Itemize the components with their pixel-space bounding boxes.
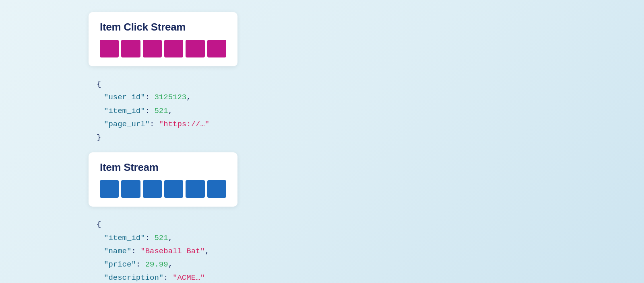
item-stream-val-name: "Baseball Bat" bbox=[140, 247, 205, 256]
click-stream-key-user-id: "user_id" bbox=[104, 93, 145, 102]
item-stream-val-item-id: 521 bbox=[154, 234, 168, 242]
click-stream-block-3 bbox=[143, 40, 162, 57]
item-stream-val-price: 29.99 bbox=[145, 260, 168, 269]
click-stream-val-user-id: 3125123 bbox=[154, 93, 186, 102]
item-stream-json: { "item_id": 521, "name": "Baseball Bat"… bbox=[89, 218, 237, 283]
item-stream-block-6 bbox=[207, 180, 226, 198]
item-stream-title: Item Stream bbox=[100, 161, 226, 174]
click-stream-val-item-id: 521 bbox=[154, 107, 168, 115]
item-stream-blocks bbox=[100, 180, 226, 198]
click-stream-block-2 bbox=[121, 40, 140, 57]
click-stream-field-user-id: "user_id": 3125123, bbox=[97, 91, 237, 104]
click-stream-sep-item-id: : bbox=[145, 107, 155, 115]
item-stream-field-price: "price": 29.99, bbox=[97, 258, 237, 271]
main-container: Item Click Stream { "user_id": 3125123, … bbox=[89, 12, 237, 283]
click-stream-field-item-id: "item_id": 521, bbox=[97, 105, 237, 118]
click-stream-key-page-url: "page_url" bbox=[104, 120, 150, 129]
item-stream-block-3 bbox=[143, 180, 162, 198]
item-stream-key-name: "name" bbox=[104, 247, 131, 256]
click-stream-block-4 bbox=[164, 40, 183, 57]
item-stream-field-item-id: "item_id": 521, bbox=[97, 232, 237, 245]
click-stream-sep-page-url: : bbox=[150, 120, 159, 129]
click-stream-json-close: } bbox=[97, 131, 237, 144]
item-stream-field-description: "description": "ACME…" bbox=[97, 271, 237, 283]
item-stream-block-2 bbox=[121, 180, 140, 198]
click-stream-json: { "user_id": 3125123, "item_id": 521, "p… bbox=[89, 78, 237, 144]
click-stream-val-page-url: "https://…" bbox=[159, 120, 209, 129]
click-stream-block-6 bbox=[207, 40, 226, 57]
item-stream-field-name: "name": "Baseball Bat", bbox=[97, 245, 237, 258]
click-stream-json-open: { bbox=[97, 78, 237, 91]
item-stream-block-4 bbox=[164, 180, 183, 198]
click-stream-key-item-id: "item_id" bbox=[104, 107, 145, 115]
item-stream-json-open: { bbox=[97, 218, 237, 231]
item-stream-key-price: "price" bbox=[104, 260, 136, 269]
click-stream-block-5 bbox=[186, 40, 204, 57]
item-stream-card: Item Stream bbox=[89, 152, 237, 207]
item-stream-block-1 bbox=[100, 180, 119, 198]
click-stream-brace-open: { bbox=[97, 80, 101, 88]
click-stream-blocks bbox=[100, 40, 226, 57]
item-stream-block-5 bbox=[186, 180, 204, 198]
click-stream-title: Item Click Stream bbox=[100, 21, 226, 33]
click-stream-brace-close: } bbox=[97, 133, 101, 142]
item-stream-val-description: "ACME…" bbox=[173, 273, 205, 282]
click-stream-block-1 bbox=[100, 40, 119, 57]
item-stream-key-description: "description" bbox=[104, 273, 163, 282]
click-stream-card: Item Click Stream bbox=[89, 12, 237, 66]
click-stream-sep-user-id: : bbox=[145, 93, 155, 102]
item-stream-brace-open: { bbox=[97, 220, 101, 229]
click-stream-field-page-url: "page_url": "https://…" bbox=[97, 118, 237, 131]
item-stream-key-item-id: "item_id" bbox=[104, 234, 145, 242]
